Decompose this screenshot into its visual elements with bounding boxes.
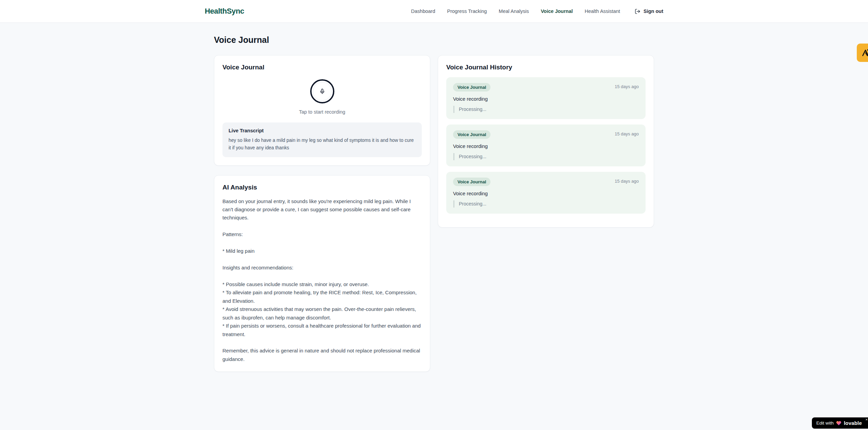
lovable-brand-label: lovable [844,420,862,426]
mic-area: Tap to start recording [222,77,422,115]
edit-with-lovable-badge[interactable]: Edit with lovable × [812,417,868,429]
entry-type-badge: Voice Journal [453,130,490,139]
entry-header: Voice Journal 15 days ago [453,83,639,92]
nav-item-meal-analysis[interactable]: Meal Analysis [499,9,529,14]
nav-item-health-assistant[interactable]: Health Assistant [585,9,620,14]
left-column: Voice Journal [214,55,430,372]
sign-out-button[interactable]: Sign out [635,9,663,14]
history-entry-list: Voice Journal 15 days ago Voice recordin… [446,77,646,214]
sign-out-label: Sign out [644,9,663,14]
entry-timestamp: 15 days ago [615,130,639,136]
entry-title: Voice recording [453,96,639,102]
record-button[interactable] [310,79,334,103]
ai-analysis-card: AI Analysis Based on your journal entry,… [214,175,430,372]
live-transcript-text: hey so like I do have a mild pain in my … [229,137,416,152]
entry-processing-status: Processing... [453,153,639,160]
tap-to-record-hint: Tap to start recording [299,109,345,115]
history-card-title: Voice Journal History [446,64,646,71]
browser-extension-button[interactable] [857,44,868,62]
main-nav: Dashboard Progress Tracking Meal Analysi… [411,9,663,14]
lambda-logo-icon [861,48,868,57]
entry-header: Voice Journal 15 days ago [453,130,639,139]
voice-recorder-card: Voice Journal [214,55,430,166]
nav-item-voice-journal[interactable]: Voice Journal [541,9,573,14]
microphone-icon [319,88,325,94]
entry-title: Voice recording [453,144,639,149]
content-grid: Voice Journal [214,55,654,372]
history-entry[interactable]: Voice Journal 15 days ago Voice recordin… [446,77,646,119]
heart-icon [836,420,841,426]
right-column: Voice Journal History Voice Journal 15 d… [438,55,654,228]
history-entry[interactable]: Voice Journal 15 days ago Voice recordin… [446,125,646,166]
ai-analysis-title: AI Analysis [222,184,422,191]
voice-journal-history-card: Voice Journal History Voice Journal 15 d… [438,55,654,228]
entry-header: Voice Journal 15 days ago [453,178,639,186]
lovable-prefix-label: Edit with [816,420,834,426]
ai-analysis-body: Based on your journal entry, it sounds l… [222,197,422,364]
entry-type-badge: Voice Journal [453,178,490,186]
entry-title: Voice recording [453,191,639,196]
nav-item-dashboard[interactable]: Dashboard [411,9,435,14]
page-title: Voice Journal [214,35,654,45]
record-button-inner-ring [313,82,332,101]
recorder-card-title: Voice Journal [222,64,422,71]
top-navbar: HealthSync Dashboard Progress Tracking M… [0,0,868,23]
nav-item-progress-tracking[interactable]: Progress Tracking [447,9,487,14]
main-content: Voice Journal Voice Journal [214,23,654,372]
log-out-icon [635,9,640,14]
history-entry[interactable]: Voice Journal 15 days ago Voice recordin… [446,172,646,214]
live-transcript-box: Live Transcript hey so like I do have a … [222,122,422,157]
entry-processing-status: Processing... [453,106,639,113]
entry-timestamp: 15 days ago [615,178,639,184]
navbar-inner: HealthSync Dashboard Progress Tracking M… [205,7,663,16]
live-transcript-title: Live Transcript [229,128,416,133]
entry-timestamp: 15 days ago [615,83,639,89]
entry-type-badge: Voice Journal [453,83,490,92]
close-icon[interactable]: × [866,418,868,421]
app-logo[interactable]: HealthSync [205,7,244,16]
entry-processing-status: Processing... [453,200,639,208]
